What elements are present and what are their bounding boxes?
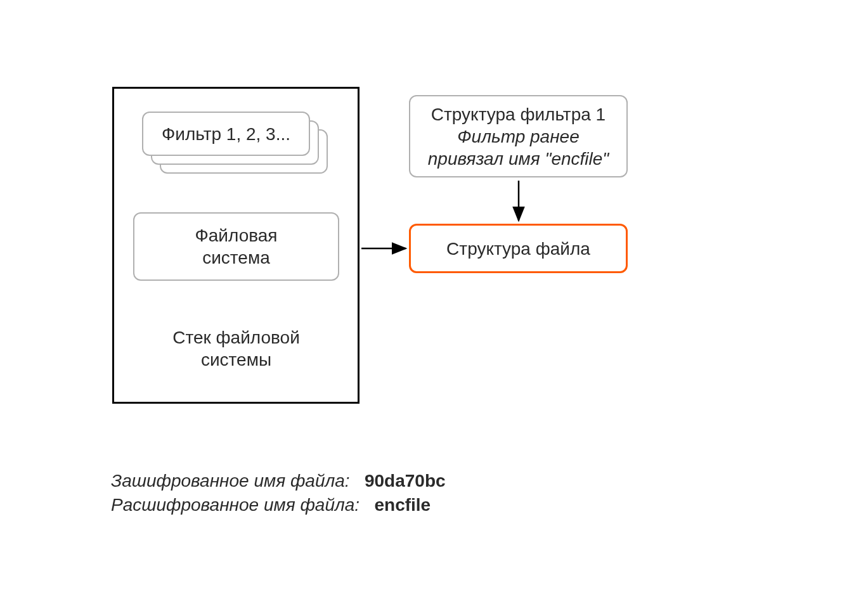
filter-struct-note1: Фильтр ранее — [457, 125, 579, 148]
fs-stack-caption-line2: системы — [201, 349, 271, 371]
enc-value: 90da70bc — [365, 471, 446, 491]
filesystem-box: Файловая система — [133, 212, 339, 281]
dec-value: encfile — [374, 495, 431, 515]
filter-struct-note2: привязал имя "encfile" — [428, 148, 609, 170]
diagram-canvas: Фильтр 1, 2, 3... Файловая система Стек … — [0, 0, 868, 597]
filesystem-line2: система — [202, 247, 270, 269]
file-struct-label: Структура файла — [446, 238, 590, 260]
filesystem-line1: Файловая — [195, 224, 277, 247]
filter-struct-title: Структура фильтра 1 — [431, 103, 606, 125]
file-struct-box: Структура файла — [409, 224, 628, 273]
fs-stack-caption-line1: Стек файловой — [172, 326, 300, 349]
footer-text: Зашифрованное имя файла: 90da70bc Расшиф… — [111, 469, 446, 517]
dec-line: Расшифрованное имя файла: encfile — [111, 493, 446, 517]
filter-card-front: Фильтр 1, 2, 3... — [142, 112, 310, 156]
fs-stack-caption: Стек файловой системы — [133, 323, 339, 374]
filters-label: Фильтр 1, 2, 3... — [162, 123, 290, 145]
enc-label: Зашифрованное имя файла: — [111, 471, 350, 491]
enc-line: Зашифрованное имя файла: 90da70bc — [111, 469, 446, 493]
dec-label: Расшифрованное имя файла: — [111, 495, 360, 515]
filter-struct-box: Структура фильтра 1 Фильтр ранее привяза… — [409, 95, 628, 177]
